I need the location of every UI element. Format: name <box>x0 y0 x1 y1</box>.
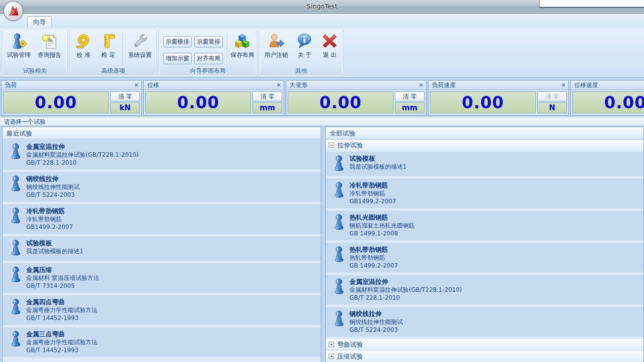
button-label: 保存布局 <box>230 51 254 59</box>
test-category-label: 压缩试验 <box>337 352 363 361</box>
add-window-button[interactable]: 增加示窗 <box>163 53 192 64</box>
button-label: 退 出 <box>323 51 337 59</box>
pawn-icon <box>9 176 22 191</box>
tree-expand-icon[interactable]: + <box>329 342 334 347</box>
test-list-item[interactable]: 试验模板 我是试验模板的描述1 <box>326 152 644 176</box>
zero-button[interactable]: 清 零 <box>395 91 425 101</box>
user-logout-button[interactable]: 用户注销 <box>260 31 292 66</box>
pawn-icon <box>333 182 345 198</box>
test-standard: GB1499.2-2007 <box>349 197 640 205</box>
close-icon[interactable]: ✕ <box>419 82 424 88</box>
zero-button[interactable]: 清 零 <box>537 91 567 101</box>
test-standard: GB/T 5224-2003 <box>26 191 317 199</box>
gauge-title: 负荷 <box>5 81 17 90</box>
zero-button[interactable]: 清 零 <box>110 91 140 101</box>
test-list-item[interactable]: 金属四点弯曲 金属弯曲力学性能试验方法 GB/T 14452-1993 <box>2 295 321 325</box>
test-standard: GB 1499.1-2008 <box>349 229 640 237</box>
gauge-load: 负荷✕ 0.00 清 零 kN <box>1 80 142 116</box>
close-icon[interactable]: ✕ <box>134 82 139 88</box>
gauge-title: 位移速度 <box>574 81 598 90</box>
test-list-item[interactable]: 热轧光圆钢筋 钢筋混凝土热轧光圆钢筋 GB 1499.1-2008 <box>326 211 644 240</box>
test-standard: GB/T 7314-2005 <box>26 282 317 290</box>
ribbon-group-other: 用户注销 关 于 退 出 <box>259 29 343 76</box>
pawn-icon <box>9 240 22 256</box>
test-list-item[interactable]: 冷轧带肋钢筋 冷轧带肋钢筋 GB1499.2-2007 <box>2 204 321 234</box>
test-list-item[interactable]: 热轧带肋钢筋 热轧带肋钢筋 GB 1499.2-2007 <box>326 243 644 272</box>
test-list-item[interactable]: 冷轧带肋钢筋 冷轧带肋钢筋 GB1499.2-2007 <box>326 179 644 208</box>
verify-button[interactable]: 检 定 <box>96 31 121 66</box>
test-list-item[interactable]: 钢绞线拉伸 钢绞线拉伸性能测试 GB/T 5224-2003 <box>2 172 321 202</box>
recent-tests-list: 金属室温拉伸 金属材料室温拉伸试验(GB/T228.1-2010) GB/T 2… <box>2 139 321 357</box>
test-description: 钢筋混凝土热轧光圆钢筋 <box>349 222 640 229</box>
app-logo-icon <box>6 3 21 18</box>
app-menu-button[interactable] <box>3 1 23 21</box>
exit-button[interactable]: 退 出 <box>317 31 342 66</box>
gauge-unit: mm <box>253 102 282 113</box>
windows-vertical-button[interactable]: 示窗竖排 <box>194 36 223 47</box>
test-title: 金属压缩 <box>26 266 317 274</box>
test-description: 热轧带肋钢筋 <box>349 254 640 262</box>
ribbon: 试验管理 查询报告 试验相关 <box>0 28 644 78</box>
system-settings-button[interactable]: 系统设置 <box>125 31 155 66</box>
gauge-value: 0.00 <box>572 91 644 113</box>
test-standard: GB/T 228.1-2010 <box>26 159 317 167</box>
close-icon[interactable]: ✕ <box>276 82 281 88</box>
test-description: 我是试验模板的描述1 <box>349 163 640 171</box>
all-tests-header: 全部试验 <box>326 127 644 139</box>
test-description: 冷轧带肋钢筋 <box>26 215 317 223</box>
ribbon-group-label: 试验相关 <box>3 67 67 75</box>
calibrate-button[interactable]: 校 准 <box>71 31 96 66</box>
test-category-row[interactable]: + 弯曲试验 <box>326 339 644 350</box>
close-icon[interactable]: ✕ <box>561 82 566 88</box>
query-report-button[interactable]: 查询报告 <box>34 31 65 66</box>
tree-expand-icon[interactable]: − <box>329 142 334 148</box>
test-title: 钢绞线拉伸 <box>26 175 317 183</box>
test-standard: GB/T 5224-2003 <box>349 326 640 334</box>
titlebar: SingoTest <box>0 0 644 14</box>
test-list-item[interactable]: 金属室温拉伸 金属材料室温拉伸试验(GB/T228.1-2010) GB/T 2… <box>2 140 321 170</box>
overlapping-window-fragment <box>539 0 644 8</box>
test-list-item[interactable]: 金属室温拉伸 金属材料室温拉伸试验(GB/T228.1-2010) GB/T 2… <box>326 275 644 305</box>
ribbon-group-wizard-layout: 示窗横排 示窗竖排 增加示窗 对齐布局 <box>159 29 257 76</box>
test-title: 金属四点弯曲 <box>26 298 317 306</box>
tree-expand-icon[interactable]: + <box>329 354 334 359</box>
pawn-icon <box>333 214 345 230</box>
exit-icon <box>321 33 338 49</box>
test-list-item[interactable]: 试验模板 我是试验模板的描述1 <box>2 236 321 261</box>
test-list-item[interactable]: 钢绞线拉伸 钢绞线拉伸性能测试 GB/T 5224-2003 <box>326 307 644 337</box>
gauge-unit: mm <box>395 102 425 113</box>
test-title: 试验模板 <box>349 154 640 163</box>
pawn-icon <box>9 331 22 347</box>
button-label: 查询报告 <box>38 51 61 59</box>
test-manage-button[interactable]: 试验管理 <box>3 31 34 66</box>
tab-wizard[interactable]: 向导 <box>27 16 52 28</box>
test-description: 我是试验模板的描述1 <box>26 247 317 255</box>
windows-horizontal-button[interactable]: 示窗横排 <box>163 36 192 47</box>
test-title: 热轧光圆钢筋 <box>349 213 640 222</box>
test-category-row[interactable]: + 压缩试验 <box>326 351 644 362</box>
test-standard: GB 1499.2-2007 <box>349 262 640 270</box>
pawn-icon <box>9 208 22 224</box>
zero-button[interactable]: 清 零 <box>253 91 282 101</box>
test-title: 冷轧带肋钢筋 <box>26 207 317 215</box>
all-tests-body: − 拉伸试验 试验模板 我是试验模板的描述1 冷轧带肋钢筋 冷轧带肋钢筋 <box>326 139 644 362</box>
test-category-row[interactable]: − 拉伸试验 <box>326 140 644 150</box>
system-settings-icon <box>131 33 148 49</box>
test-title: 试验模板 <box>26 239 317 247</box>
test-standard: GB/T 14452-1993 <box>26 314 317 322</box>
test-description: 金属弯曲力学性能试验方法 <box>26 306 317 314</box>
test-description: 金属弯曲力学性能试验方法 <box>26 338 317 346</box>
test-category-label: 弯曲试验 <box>337 340 363 349</box>
align-layout-button[interactable]: 对齐布局 <box>194 53 223 64</box>
gauge-title: 大变形 <box>290 81 307 90</box>
gauge-large-deformation: 大变形✕ 0.00 清 零 mm <box>286 80 427 116</box>
gauge-load-speed: 负荷速度✕ 0.00 清 零 N <box>428 80 569 116</box>
calibrate-icon <box>75 33 92 49</box>
gauge-value: 0.00 <box>3 91 109 113</box>
ribbon-group-label: 向导界面布局 <box>160 67 256 75</box>
button-label: 用户注销 <box>264 51 288 59</box>
save-layout-button[interactable]: 保存布局 <box>229 31 256 66</box>
about-button[interactable]: 关 于 <box>292 31 318 66</box>
test-list-item[interactable]: 金属压缩 金属材料 室温压缩试验方法 GB/T 7314-2005 <box>2 263 321 293</box>
test-list-item[interactable]: 金属三点弯曲 金属弯曲力学性能试验方法 GB/T 14452-1993 <box>2 327 321 357</box>
